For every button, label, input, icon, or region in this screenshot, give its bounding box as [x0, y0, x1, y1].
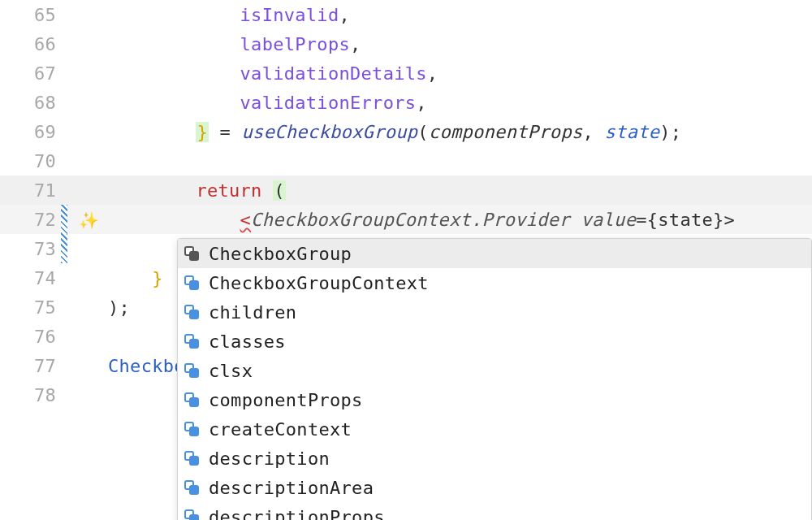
code-content[interactable]: isInvalid,: [108, 5, 812, 25]
code-line[interactable]: 65 isInvalid,: [0, 0, 812, 29]
code-content[interactable]: return (: [108, 180, 812, 201]
autocomplete-item[interactable]: componentProps: [178, 385, 811, 414]
gutter-marks: [61, 58, 76, 88]
suggestion-kind-icon: [183, 245, 201, 262]
suggestion-kind-icon: [183, 274, 201, 292]
gutter-marks: [61, 117, 76, 146]
suggestion-kind-icon: [183, 362, 201, 379]
autocomplete-item[interactable]: CheckboxGroupContext: [178, 268, 811, 297]
code-content[interactable]: } = useCheckboxGroup(componentProps, sta…: [108, 122, 812, 142]
gutter-marks: [61, 351, 76, 380]
autocomplete-item-label: descriptionProps: [209, 507, 385, 521]
gutter-marks: [61, 380, 76, 410]
line-number: 68: [0, 93, 61, 113]
code-content[interactable]: validationDetails,: [108, 63, 812, 84]
code-line[interactable]: 68 validationErrors,: [0, 88, 812, 117]
autocomplete-item[interactable]: descriptionArea: [178, 473, 811, 502]
autocomplete-item[interactable]: description: [178, 444, 811, 473]
line-number: 75: [0, 297, 61, 318]
autocomplete-item-label: classes: [209, 332, 286, 352]
autocomplete-item-label: children: [209, 302, 296, 323]
autocomplete-popup[interactable]: CheckboxGroupCheckboxGroupContextchildre…: [177, 238, 812, 520]
gutter-marks: [61, 29, 76, 58]
suggestion-kind-icon: [183, 420, 201, 438]
line-number: 78: [0, 385, 61, 405]
suggestion-kind-icon: [183, 303, 201, 321]
gutter-marks: [61, 205, 76, 234]
line-number: 67: [0, 63, 61, 84]
sparkle-icon[interactable]: ✨: [79, 210, 99, 230]
code-line[interactable]: 66 labelProps,: [0, 29, 812, 58]
gutter-marks: [61, 263, 76, 292]
line-number: 71: [0, 180, 61, 201]
line-number: 65: [0, 5, 61, 25]
autocomplete-item-label: clsx: [209, 361, 253, 381]
code-content[interactable]: <CheckboxGroupContext.Provider value={st…: [108, 210, 812, 230]
suggestion-kind-icon: [183, 332, 201, 350]
autocomplete-item-label: CheckboxGroupContext: [209, 273, 429, 293]
gutter-marks: [61, 234, 76, 263]
autocomplete-item-label: componentProps: [209, 390, 363, 410]
autocomplete-item[interactable]: classes: [178, 327, 811, 356]
line-number: 73: [0, 239, 61, 259]
gutter-marks: [61, 292, 76, 322]
code-line[interactable]: 69 } = useCheckboxGroup(componentProps, …: [0, 117, 812, 146]
suggestion-kind-icon: [183, 479, 201, 496]
line-number: 77: [0, 356, 61, 376]
autocomplete-item[interactable]: descriptionProps: [178, 502, 811, 520]
code-line[interactable]: 70: [0, 146, 812, 176]
line-number: 74: [0, 268, 61, 288]
line-number: 70: [0, 151, 61, 171]
gutter-marks: [61, 88, 76, 117]
autocomplete-item-label: descriptionArea: [209, 478, 374, 498]
gutter-marks: [61, 146, 76, 176]
code-content[interactable]: validationErrors,: [108, 93, 812, 113]
line-number: 69: [0, 122, 61, 142]
code-content[interactable]: labelProps,: [108, 34, 812, 54]
code-line[interactable]: 67 validationDetails,: [0, 58, 812, 88]
autocomplete-item-label: description: [209, 448, 330, 469]
suggestion-kind-icon: [183, 508, 201, 520]
line-number: 66: [0, 34, 61, 54]
autocomplete-item[interactable]: CheckboxGroup: [178, 239, 811, 268]
autocomplete-item[interactable]: clsx: [178, 356, 811, 385]
gutter-marks: [61, 176, 76, 205]
autocomplete-item[interactable]: createContext: [178, 414, 811, 444]
code-line[interactable]: 71 return (: [0, 176, 812, 205]
line-number: 76: [0, 327, 61, 347]
autocomplete-item-label: CheckboxGroup: [209, 244, 352, 264]
suggestion-kind-icon: [183, 391, 201, 409]
gutter-marks: [61, 322, 76, 351]
ai-suggestion-icon-slot: ✨: [76, 210, 108, 230]
gutter-marks: [61, 0, 76, 29]
autocomplete-item-label: createContext: [209, 419, 352, 440]
suggestion-kind-icon: [183, 449, 201, 467]
autocomplete-item[interactable]: children: [178, 297, 811, 327]
line-number: 72: [0, 210, 61, 230]
code-line[interactable]: 72✨ <CheckboxGroupContext.Provider value…: [0, 205, 812, 234]
